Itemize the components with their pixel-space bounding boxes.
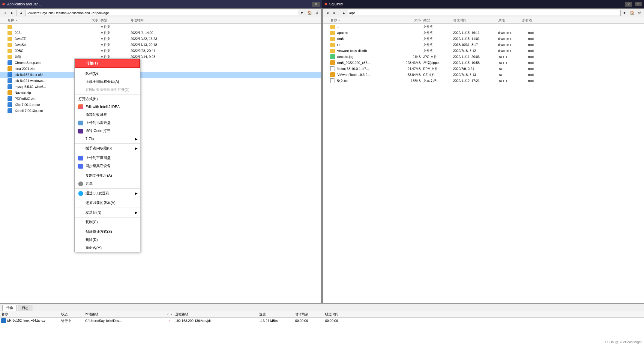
menu-item[interactable]: 发送到(N)▶ — [75, 208, 140, 217]
menu-item[interactable]: 上传到百度网盘 — [75, 154, 140, 162]
menu-item[interactable]: 还原以前的版本(V) — [75, 199, 140, 207]
menu-separator — [75, 208, 140, 208]
menu-item[interactable]: 创建快捷方式(S) — [75, 228, 140, 236]
menu-separator — [75, 171, 140, 171]
menu-separator — [75, 69, 140, 69]
menu-item[interactable]: 上传到迅雷云盘 — [75, 119, 140, 127]
menu-separator — [75, 217, 140, 218]
menu-separator — [75, 198, 140, 198]
menu-item[interactable]: 复制(C) — [75, 218, 140, 226]
context-menu: 传输(T)队列(Q)上载全部远程会话(A)在File 资源管理器中打开(X)打开… — [74, 58, 140, 252]
menu-item[interactable]: 重命名(M) — [75, 244, 140, 252]
menu-item[interactable]: 删除(D) — [75, 236, 140, 244]
menu-item[interactable]: 复制文件地址(A) — [75, 172, 140, 180]
menu-item[interactable]: 授予访问权限(G)▶ — [75, 144, 140, 152]
menu-item[interactable]: 通过 Code 打开 — [75, 127, 140, 135]
menu-item[interactable]: 添加到收藏夹 — [75, 111, 140, 119]
menu-item[interactable]: 通过QQ发送到▶ — [75, 189, 140, 197]
menu-separator — [75, 153, 140, 153]
menu-item[interactable]: 队列(Q) — [75, 70, 140, 78]
menu-item[interactable]: 同步至其它设备 — [75, 162, 140, 170]
menu-item[interactable]: 7-Zip▶ — [75, 135, 140, 143]
context-menu-overlay[interactable]: 传输(T)队列(Q)上载全部远程会话(A)在File 资源管理器中打开(X)打开… — [0, 0, 644, 345]
menu-header: 打开方式(H) — [75, 95, 140, 103]
menu-item[interactable]: 传输(T) — [75, 59, 140, 68]
menu-separator — [75, 143, 140, 144]
menu-separator — [75, 94, 140, 95]
menu-item[interactable]: 上载全部远程会话(A) — [75, 78, 140, 86]
menu-separator — [75, 227, 140, 227]
menu-item[interactable]: Edit with IntelliJ IDEA — [75, 103, 140, 111]
menu-separator — [75, 188, 140, 189]
menu-item[interactable]: 共享 — [75, 180, 140, 188]
menu-item: 在File 资源管理器中打开(X) — [75, 86, 140, 94]
